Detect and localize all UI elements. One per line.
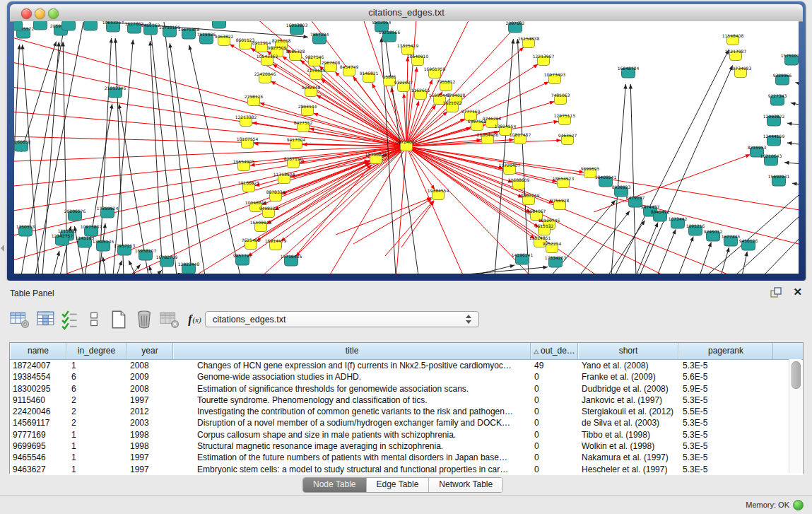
cell-short: Hescheler et al. (1997) [578,464,678,475]
network-canvas[interactable]: 8601123891295482260589827509818632810543… [14,21,799,274]
graph-node-label: 9827546 [305,54,324,59]
tab-edge-table[interactable]: Edge Table [367,478,430,492]
table-row[interactable]: 911546021997Tourette syndrome. Phenomeno… [10,395,803,406]
graph-edge-black [23,45,39,274]
graph-edge-red-arrowhead [432,105,436,110]
table-scrollbar[interactable] [789,359,801,473]
graph-edge-black [170,43,205,274]
graph-node-label: 9322037 [394,80,413,85]
function-builder-icon[interactable]: f (x) [187,309,206,330]
graph-node-label: 9756928 [551,198,570,203]
graph-node-label: 9699695 [581,166,600,171]
tab-network-table[interactable]: Network Table [429,478,502,492]
graph-node[interactable] [14,21,23,30]
graph-edge-black-arrowhead [148,266,152,271]
table-row[interactable]: 977716911998Corpus callosum shape and si… [10,429,803,440]
dropdown-value: citations_edges.txt [213,315,286,325]
table-row[interactable]: 1872400712008Changes of HCN gene express… [10,360,803,371]
float-panel-icon[interactable] [770,286,782,299]
table-row[interactable]: 2242004622012Investigating the contribut… [10,406,803,417]
close-panel-icon[interactable]: ✕ [793,286,802,298]
table-row[interactable]: 1456911722003Disruption of a novel membe… [10,417,803,428]
table-settings-icon[interactable] [10,309,30,330]
table-row[interactable]: 1830029562008Estimation of significance … [10,383,803,395]
cell-out_degree: 0 [531,452,578,463]
graph-node-label: 18409541 [595,175,617,180]
window-titlebar[interactable]: citations_edges.txt [10,4,803,22]
graph-node-label: 9227343 [768,93,787,98]
cell-in_degree: 1 [66,464,126,475]
graph-node-label: 10046746 [245,200,267,205]
graph-node-label: 19218566 [379,30,401,35]
graph-node-label: 8466162 [141,23,160,28]
graph-node-label: 7625402 [242,238,261,243]
select-rows-icon[interactable] [61,309,81,330]
cell-in_degree: 6 [66,371,126,382]
table-row[interactable]: 969969511998Structural magnetic resonanc… [10,440,803,452]
column-header-year[interactable]: year [126,343,173,359]
tab-node-table[interactable]: Node Table [303,478,367,492]
left-splitter-handle[interactable] [1,245,4,252]
cell-title: Tourette syndrome. Phenomenology and cla… [173,395,531,406]
graph-node-label: 8454749 [340,64,359,69]
cell-name: 9699695 [10,440,66,452]
cell-out_degree: 49 [531,360,578,371]
table-select-dropdown[interactable]: citations_edges.txt [205,311,479,327]
graph-node-label: 1673442 [669,216,688,221]
cell-out_degree: 0 [531,464,578,475]
graph-node-label: 16409948 [250,220,272,225]
graph-edge-black-arrowhead [623,84,627,89]
cell-year: 2008 [126,360,173,371]
cell-pagerank: 5.5E-5 [678,406,773,417]
column-header-in_degree[interactable]: in_degree [66,343,126,359]
graph-node[interactable] [62,21,76,30]
graph-node-label: 2160650 [14,139,31,144]
column-chooser-icon[interactable] [36,309,56,330]
cell-short: Yano et al. (2008) [578,360,678,371]
column-header-title[interactable]: title [173,343,531,359]
column-header-name[interactable]: name [10,343,66,359]
graph-node[interactable] [213,21,226,28]
column-header-out_degree[interactable]: △out_de… [531,343,578,359]
graph-node-label: 8813054 [372,21,392,25]
table-row[interactable]: 946554611997Estimation of the future num… [10,452,803,463]
cell-year: 1997 [126,395,173,406]
cell-out_degree: 0 [531,417,578,428]
graph-edge-red-arrowhead [260,103,265,106]
graph-node[interactable] [34,21,47,30]
cell-pagerank: 5.3E-5 [678,429,773,440]
column-header-short[interactable]: short [578,343,678,359]
graph-node-label: 6794028 [447,93,466,98]
table-panel: Table Panel ✕ [0,281,812,514]
graph-node-label: 19384554 [428,188,449,193]
status-bar: Memory: OK [0,495,812,514]
graph-edge-black-arrowhead [119,261,122,266]
graph-node-label: 12213382 [235,115,257,119]
row-height-icon[interactable] [84,309,104,330]
delete-table-icon[interactable] [160,309,180,330]
graph-edge-red-arrowhead [313,113,318,117]
table-row[interactable]: 946362711997Embryonic stem cells: a mode… [10,464,803,475]
graph-node[interactable] [84,21,98,30]
graph-node-label: 17334263 [545,255,567,260]
graph-edge-red [293,165,372,259]
graph-node-label: 8186328 [286,49,305,54]
cell-in_degree: 1 [66,440,126,452]
attribute-table: namein_degreeyeartitle△out_de…shortpager… [9,342,804,474]
cell-title: Embryonic stem cells: a model to study s… [173,464,531,475]
graph-edge-red [406,146,799,247]
table-row[interactable]: 1938455462009Genome-wide association stu… [10,371,803,382]
cell-out_degree: 0 [531,395,578,406]
graph-node-label: 16648784 [618,66,640,71]
dropdown-arrows-icon [466,315,472,325]
graph-node-label: 10688609 [508,177,530,182]
graph-node-label: 10543362 [257,54,278,59]
graph-node-label: 9463822 [215,34,234,39]
scrollbar-thumb[interactable] [792,361,801,389]
graph-edge-black [21,42,57,152]
cell-title: Disruption of a novel member of a sodium… [173,417,531,428]
delete-rows-icon[interactable] [134,309,154,330]
column-header-pagerank[interactable]: pagerank [678,343,773,359]
new-table-icon[interactable] [109,309,129,330]
cell-name: 19384554 [10,371,66,382]
